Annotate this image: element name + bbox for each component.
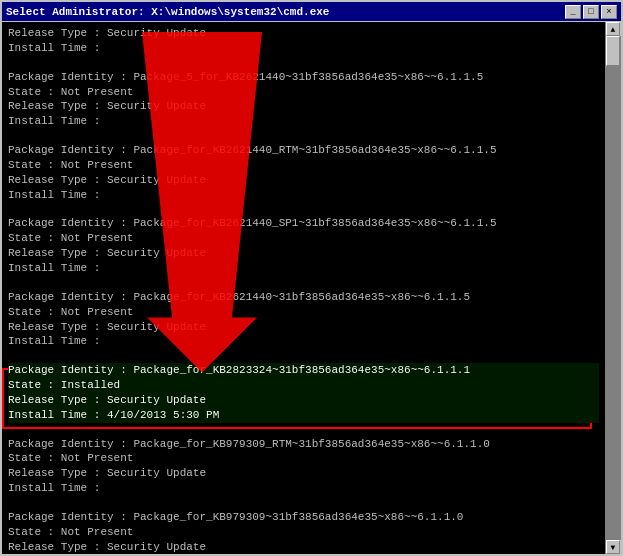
terminal-line: State : Not Present [8, 525, 599, 540]
maximize-button[interactable]: □ [583, 5, 599, 19]
terminal-line: Install Time : [8, 188, 599, 203]
terminal-line: Package Identity : Package_5_for_KB26214… [8, 70, 599, 85]
terminal-line: Release Type : Security Update [8, 540, 599, 554]
terminal-line: State : Installed [8, 378, 599, 393]
terminal-line: Package Identity : Package_for_KB2621440… [8, 216, 599, 231]
scroll-track [606, 36, 621, 540]
terminal-line: Install Time : [8, 334, 599, 349]
terminal-output[interactable]: Release Type : Security UpdateInstall Ti… [2, 22, 605, 554]
terminal-line: Package Identity : Package_for_KB2823324… [8, 363, 599, 378]
scrollbar[interactable]: ▲ ▼ [605, 22, 621, 554]
terminal-line: State : Not Present [8, 305, 599, 320]
terminal-line: Release Type : Security Update [8, 99, 599, 114]
cmd-window: Select Administrator: X:\windows\system3… [0, 0, 623, 556]
close-button[interactable]: × [601, 5, 617, 19]
terminal-line [8, 276, 599, 290]
scroll-thumb[interactable] [606, 36, 620, 66]
window-controls: _ □ × [565, 5, 617, 19]
terminal-line [8, 129, 599, 143]
terminal-line [8, 202, 599, 216]
terminal-line: Package Identity : Package_for_KB979309_… [8, 437, 599, 452]
terminal-line: Release Type : Security Update [8, 320, 599, 335]
terminal-line: Install Time : [8, 41, 599, 56]
window-title: Select Administrator: X:\windows\system3… [6, 6, 329, 18]
terminal-line: State : Not Present [8, 231, 599, 246]
terminal-line: Release Type : Security Update [8, 466, 599, 481]
terminal-line: Release Type : Security Update [8, 26, 599, 41]
terminal-line: Install Time : [8, 114, 599, 129]
terminal-line: Release Type : Security Update [8, 246, 599, 261]
terminal-wrapper: Release Type : Security UpdateInstall Ti… [2, 22, 621, 554]
terminal-line: Install Time : [8, 481, 599, 496]
terminal-line: State : Not Present [8, 158, 599, 173]
terminal-line: Package Identity : Package_for_KB2621440… [8, 290, 599, 305]
terminal-line: State : Not Present [8, 451, 599, 466]
terminal-line [8, 423, 599, 437]
terminal-line [8, 56, 599, 70]
terminal-line: Install Time : 4/10/2013 5:30 PM [8, 408, 599, 423]
minimize-button[interactable]: _ [565, 5, 581, 19]
terminal-line [8, 496, 599, 510]
scroll-up-button[interactable]: ▲ [606, 22, 620, 36]
terminal-line: Release Type : Security Update [8, 173, 599, 188]
scroll-down-button[interactable]: ▼ [606, 540, 620, 554]
terminal-line: Package Identity : Package_for_KB979309~… [8, 510, 599, 525]
terminal-line: State : Not Present [8, 85, 599, 100]
terminal-line: Package Identity : Package_for_KB2621440… [8, 143, 599, 158]
terminal-line [8, 349, 599, 363]
title-bar: Select Administrator: X:\windows\system3… [2, 2, 621, 22]
terminal-line: Install Time : [8, 261, 599, 276]
terminal-line: Release Type : Security Update [8, 393, 599, 408]
